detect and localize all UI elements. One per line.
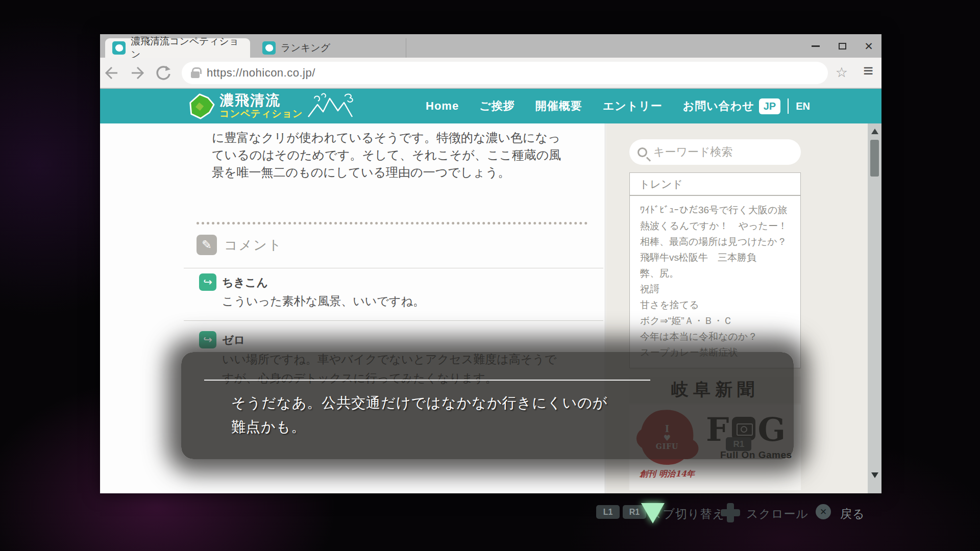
comments-heading-label: コメント (224, 236, 282, 254)
site-navbar: 濃飛清流 コンペティション Home ご挨拶 開催概要 エントリー お (100, 89, 881, 123)
page-viewport: 濃飛清流 コンペティション Home ご挨拶 開催概要 エントリー お (100, 89, 881, 493)
lang-jp-button[interactable]: JP (759, 98, 780, 114)
title-bar: 濃飛清流コンペティション ランキング ✕ (100, 34, 881, 58)
comment-author: ちきこん (222, 275, 268, 290)
nav-greeting[interactable]: ご挨拶 (479, 98, 515, 114)
tab-nohicon[interactable]: 濃飛清流コンペティション (105, 38, 250, 58)
lock-icon (191, 71, 200, 78)
scrollbar-thumb[interactable] (870, 140, 879, 177)
close-button[interactable]: ✕ (862, 39, 875, 53)
back-button[interactable] (102, 64, 120, 82)
url-bar[interactable]: https://nohicon.co.jp/ (182, 62, 828, 84)
divider (184, 268, 603, 268)
dialogue-divider (204, 380, 650, 381)
trend-item[interactable]: 弊、尻。 (640, 265, 793, 281)
bookmark-star-icon[interactable]: ☆ (836, 64, 848, 81)
tab-ranking[interactable]: ランキング (255, 38, 406, 58)
trend-item[interactable]: 熱波くるんですか！ やったー！ (640, 218, 793, 234)
back-arrow-icon (103, 65, 120, 81)
desktop: 濃飛清流コンペティション ランキング ✕ (0, 0, 980, 551)
comments-heading: ✎ コメント (197, 235, 282, 255)
scroll-up-icon[interactable] (871, 129, 878, 134)
minimize-button[interactable] (809, 39, 822, 53)
controller-hint-bar: L1 R1 タブ切り替え スクロール ✕ 戻る (0, 500, 980, 525)
site-favicon-icon (112, 41, 126, 55)
forward-button[interactable] (129, 64, 147, 82)
trend-item[interactable]: 飛騨牛vs松阪牛 三本勝負 (640, 249, 793, 265)
site-logo-text: 濃飛清流 コンペティション (219, 93, 303, 119)
search-input[interactable] (653, 145, 793, 159)
minimize-icon (812, 45, 820, 47)
tab-title: ランキング (281, 41, 330, 55)
trend-title: トレンド (630, 173, 800, 196)
page-scrollbar[interactable] (868, 123, 881, 493)
trend-item[interactable]: ボク⇒“姫”Ａ・Ｂ・Ｃ (640, 313, 793, 329)
trend-item[interactable]: 相棒、最高の場所は見つけたか？ (640, 234, 793, 249)
dotted-divider (197, 222, 587, 224)
reload-button[interactable] (154, 64, 173, 82)
crest-caption: 創刊 明治14年 (636, 469, 698, 480)
pencil-icon: ✎ (197, 235, 217, 255)
keyword-search[interactable] (629, 139, 801, 165)
scroll-down-icon[interactable] (871, 472, 878, 478)
site-nav-links: Home ご挨拶 開催概要 エントリー お問い合わせ (426, 89, 754, 123)
site-favicon-icon (262, 41, 276, 55)
url-text: https://nohicon.co.jp/ (207, 66, 315, 80)
dialogue-box[interactable]: そうだなあ。公共交通だけではなかなか行きにくいのが難点かも。 (181, 352, 794, 459)
language-switch: JP EN (759, 89, 810, 123)
trend-item[interactable]: 祝謌 (640, 281, 793, 297)
comment-text: こういった素朴な風景、いいですね。 (222, 292, 567, 311)
x-button-icon: ✕ (816, 504, 831, 519)
nav-home[interactable]: Home (426, 99, 459, 113)
article-paragraph: に豊富なクリが使われているそうです。特徴的な濃い色になっているのはそのためです。… (212, 129, 569, 181)
mountains-icon (307, 92, 358, 120)
l1-button-hint: L1 (596, 505, 620, 519)
divider (184, 320, 603, 321)
back-hint-label: 戻る (840, 506, 865, 522)
trend-list: ﾜｲﾄﾞﾋﾞｭｰひだ36号で行く大阪の旅 熱波くるんですか！ やったー！ 相棒、… (630, 196, 800, 360)
reload-icon (155, 64, 172, 82)
comment-author: ゼロ (222, 333, 245, 348)
forward-arrow-icon (129, 65, 146, 81)
lang-divider (788, 98, 789, 114)
nav-entry[interactable]: エントリー (603, 98, 663, 114)
search-icon (638, 147, 647, 157)
site-logo[interactable]: 濃飛清流 コンペティション (186, 92, 358, 120)
nav-outline[interactable]: 開催概要 (535, 98, 582, 114)
dialogue-text: そうだなあ。公共交通だけではなかなか行きにくいのが難点かも。 (231, 391, 620, 439)
browser-window: 濃飛清流コンペティション ランキング ✕ (100, 34, 881, 493)
trend-item[interactable]: 今年は本当に令和なのか？ (640, 329, 793, 344)
maximize-button[interactable] (836, 39, 849, 53)
advance-cursor-icon (641, 503, 665, 523)
browser-menu-icon[interactable]: ≡ (863, 61, 873, 81)
trend-widget: トレンド ﾜｲﾄﾞﾋﾞｭｰひだ36号で行く大阪の旅 熱波くるんですか！ やったー… (629, 172, 801, 368)
trend-item[interactable]: ﾜｲﾄﾞﾋﾞｭｰひだ36号で行く大阪の旅 (640, 202, 793, 218)
lang-en-button[interactable]: EN (796, 101, 810, 112)
scroll-hint-label: スクロール (746, 506, 808, 522)
comment-icon: ↪ (199, 331, 216, 348)
comment-icon: ↪ (199, 273, 216, 291)
trend-item[interactable]: 甘さを捨てる (640, 297, 793, 313)
nav-contact[interactable]: お問い合わせ (683, 98, 754, 114)
window-controls: ✕ (809, 34, 875, 58)
gifu-map-icon (186, 92, 215, 120)
maximize-icon (839, 43, 846, 49)
dpad-icon (721, 503, 740, 522)
browser-toolbar: https://nohicon.co.jp/ ☆ ≡ (100, 58, 881, 88)
